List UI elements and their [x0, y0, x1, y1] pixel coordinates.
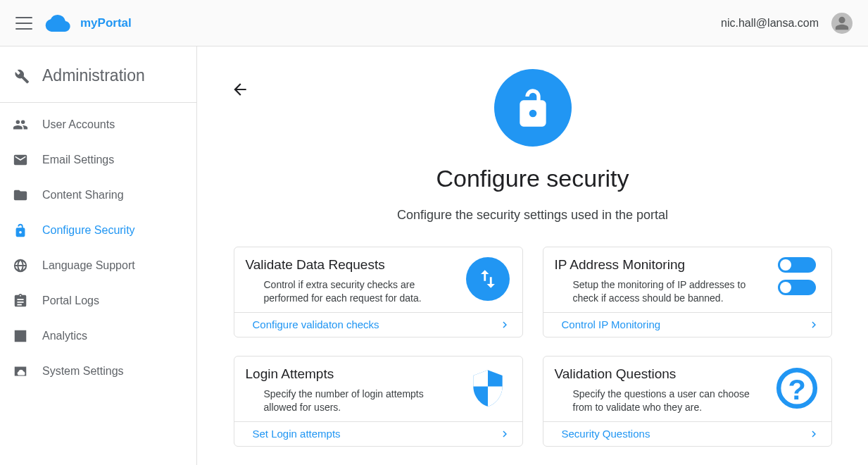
sidebar-item-label: System Settings	[42, 365, 124, 378]
mail-icon	[13, 152, 28, 168]
chevron-right-icon	[498, 318, 511, 331]
account-menu[interactable]	[831, 13, 853, 34]
card-validate-data-requests: Validate Data RequestsControl if extra s…	[234, 247, 523, 337]
card-title: Validate Data Requests	[246, 257, 453, 273]
sidebar-item-label: Language Support	[42, 259, 135, 272]
sidebar-item-configure-security[interactable]: Configure Security	[0, 213, 196, 248]
wrench-icon	[13, 68, 30, 85]
page-title: Configure security	[436, 165, 629, 192]
card-action-link[interactable]: Security Questions	[543, 421, 831, 446]
card-description: Specify the number of login attempts all…	[246, 388, 453, 414]
sidebar-title: Administration	[42, 66, 145, 85]
card-title: IP Address Monitoring	[555, 257, 762, 273]
card-action-label: Control IP Monitoring	[555, 318, 661, 330]
question-icon: ?	[774, 366, 820, 414]
card-validation-questions: Validation QuestionsSpecify the question…	[543, 356, 832, 447]
chevron-right-icon	[807, 318, 820, 331]
hero-lock-icon	[494, 69, 572, 147]
back-button[interactable]	[231, 80, 249, 99]
chevron-right-icon	[498, 428, 511, 440]
sidebar-item-label: Content Sharing	[42, 189, 124, 202]
cloud-icon	[45, 15, 70, 32]
page-hero: Configure security Configure the securit…	[222, 69, 843, 223]
card-action-link[interactable]: Set Login attempts	[234, 421, 522, 446]
users-icon	[13, 117, 28, 132]
sidebar-item-label: Portal Logs	[42, 294, 99, 307]
card-action-link[interactable]: Control IP Monitoring	[543, 312, 831, 337]
card-action-label: Security Questions	[555, 428, 650, 440]
chart-icon	[13, 328, 28, 344]
card-description: Specify the questions a user can choose …	[555, 388, 762, 414]
brand-home-link[interactable]: myPortal	[45, 15, 132, 32]
globe-icon	[13, 258, 28, 273]
arrow-back-icon	[231, 80, 249, 99]
sidebar-item-portal-logs[interactable]: Portal Logs	[0, 283, 196, 318]
person-icon	[834, 16, 850, 31]
main-content: Configure security Configure the securit…	[197, 46, 868, 465]
sidebar-item-label: User Accounts	[42, 118, 115, 131]
sidebar-nav: User AccountsEmail SettingsContent Shari…	[0, 107, 196, 389]
page-subtitle: Configure the security settings used in …	[397, 208, 668, 223]
sidebar-item-label: Configure Security	[42, 224, 135, 237]
cloud-box-icon	[13, 364, 28, 379]
sidebar-item-content-sharing[interactable]: Content Sharing	[0, 178, 196, 213]
divider	[0, 102, 196, 103]
card-description: Control if extra security checks are per…	[246, 278, 453, 305]
toggles-icon	[774, 257, 820, 305]
card-description: Setup the monitoring of IP addresses to …	[555, 278, 762, 305]
folder-icon	[13, 187, 28, 203]
sidebar-item-label: Email Settings	[42, 154, 114, 166]
cards-grid: Validate Data RequestsControl if extra s…	[234, 247, 832, 447]
shield-icon	[465, 366, 511, 414]
sidebar-title-row: Administration	[0, 59, 196, 102]
menu-toggle[interactable]	[15, 17, 32, 30]
sidebar-item-user-accounts[interactable]: User Accounts	[0, 107, 196, 142]
sidebar-item-analytics[interactable]: Analytics	[0, 318, 196, 354]
sidebar-item-system-settings[interactable]: System Settings	[0, 354, 196, 389]
chevron-right-icon	[807, 428, 820, 440]
card-login-attempts: Login AttemptsSpecify the number of logi…	[234, 356, 523, 447]
sidebar-item-label: Analytics	[42, 330, 87, 342]
card-action-link[interactable]: Configure validaton checks	[234, 312, 522, 337]
card-title: Login Attempts	[246, 366, 453, 382]
lock-icon	[13, 223, 28, 238]
card-action-label: Set Login attempts	[246, 428, 341, 440]
brand-name: myPortal	[80, 16, 132, 30]
card-title: Validation Questions	[555, 366, 762, 382]
current-user-email: nic.hall@lansa.com	[721, 17, 819, 30]
svg-text:?: ?	[788, 373, 805, 405]
card-ip-address-monitoring: IP Address MonitoringSetup the monitorin…	[543, 247, 832, 337]
sidebar-item-language-support[interactable]: Language Support	[0, 248, 196, 283]
card-action-label: Configure validaton checks	[246, 318, 379, 330]
sidebar: Administration User AccountsEmail Settin…	[0, 46, 197, 465]
swap-icon	[465, 257, 511, 305]
topbar: myPortal nic.hall@lansa.com	[0, 0, 868, 46]
sidebar-item-email-settings[interactable]: Email Settings	[0, 142, 196, 178]
clipboard-icon	[13, 293, 28, 309]
